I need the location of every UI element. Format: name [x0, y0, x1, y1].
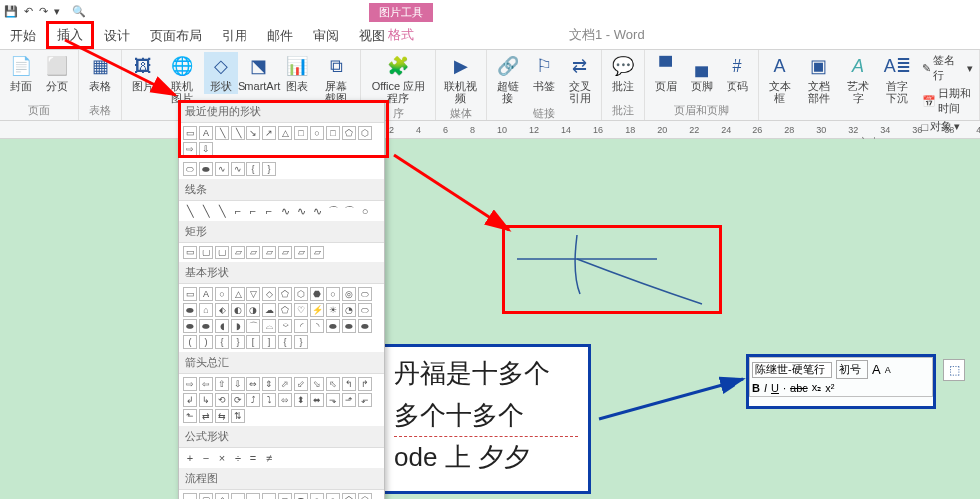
group-comments-label: 批注	[612, 103, 634, 118]
svg-line-2	[599, 379, 743, 419]
italic-button[interactable]: I	[764, 382, 767, 394]
smartart-button[interactable]: ⬔SmartArt	[240, 52, 279, 94]
group-tables-label: 表格	[89, 103, 111, 118]
screenshot-button[interactable]: ⧉屏幕截图	[316, 52, 356, 106]
shapes-basic-row[interactable]: ▭A○△▽◇⬠⬡⬣○◎⬭ ⬬⌂⬖◐◑☁⬠♡⚡☀◔⬭ ⬬⬬◖◗⌒⌓⌔◜◝⬬⬬⬬ (…	[179, 284, 384, 352]
qat-more-icon[interactable]: ▾	[54, 5, 60, 18]
crossref-button[interactable]: ⇄交叉引用	[563, 52, 597, 106]
font-size-input[interactable]: 初号	[836, 360, 868, 379]
annotation-handwriting-highlight: 丹福是十多个 多个十多个 ode 上 夕夕	[381, 344, 591, 494]
mini-toolbar[interactable]: 初号 A A B I U · abc x₂ x²	[749, 357, 933, 397]
dropcap-button[interactable]: A≣首字下沉	[877, 52, 918, 106]
contextual-tab-label: 图片工具	[369, 3, 433, 22]
textbox-button[interactable]: A文本框	[763, 52, 797, 106]
pagenum-button[interactable]: #页码	[721, 52, 754, 94]
annotation-arrow-2	[389, 150, 519, 240]
shapes-arrows-row[interactable]: ⇨⇦⇧⇩⇔⇕⬀⬃⬂⬁↰↱ ↲↳⟲⟳⤴⤵⬄⬍⬌⬎⬏⬐ ⬑⇄⇆⇅	[179, 374, 384, 426]
svg-line-0	[65, 40, 175, 95]
bold-button[interactable]: B	[752, 382, 760, 394]
header-button[interactable]: ▀页眉	[649, 52, 683, 94]
svg-line-1	[394, 155, 509, 230]
chart-button[interactable]: 📊图表	[280, 52, 314, 94]
group-links-label: 链接	[533, 106, 555, 121]
shapes-lines-row[interactable]: ╲╲╲⌐⌐⌐∿∿∿⌒⌒○	[179, 201, 384, 221]
quickparts-button[interactable]: ▣文档部件	[799, 52, 840, 106]
wordart-button[interactable]: A艺术字	[841, 52, 875, 106]
footer-button[interactable]: ▄页脚	[685, 52, 719, 94]
datetime-button[interactable]: 📅 日期和时间	[920, 85, 975, 117]
quick-access-toolbar: 💾 ↶ ↷ ▾ 🔍	[0, 0, 980, 23]
online-video-button[interactable]: ▶联机视频	[440, 52, 481, 106]
group-headerfooter-label: 页眉和页脚	[674, 103, 729, 118]
strikethrough-button[interactable]: abc	[790, 382, 808, 394]
shapes-flowchart-row[interactable]: ▭▢◇▱▭▭⬭⬬○○⬠⬡ ○⬭▽△▭⬬⊗⊕⬭⬬◫▱ ⬬⬭▭⬬	[179, 490, 384, 499]
underline-button[interactable]: U	[771, 382, 779, 394]
tab-format[interactable]: 格式	[369, 22, 433, 48]
shapes-arrows-header: 箭头总汇	[179, 352, 384, 374]
shapes-equation-row[interactable]: +−×÷=≠	[179, 448, 384, 468]
shapes-rects-row[interactable]: ▭▢▢▱▱▱▱▱▱	[179, 243, 384, 262]
annotation-arrow-3	[594, 369, 753, 429]
group-media-label: 媒体	[450, 106, 472, 121]
group-pages-label: 页面	[28, 103, 50, 118]
comment-button[interactable]: 💬批注	[606, 52, 640, 94]
drawn-curve-shape[interactable]	[502, 225, 722, 314]
signature-line-button[interactable]: ✎ 签名行 ▾	[920, 52, 975, 84]
increase-font-icon[interactable]: A	[872, 362, 881, 377]
shapes-gallery: 最近使用的形状 ▭A╲╲↘↗△□○□⬠⬡⇨⇩ ⬭⬬∿∿{} 线条 ╲╲╲⌐⌐⌐∿…	[178, 100, 385, 499]
annotation-minitoolbar-highlight: 初号 A A B I U · abc x₂ x²	[746, 354, 936, 409]
office-addins-button[interactable]: 🧩Office 应用程序	[365, 52, 431, 106]
tab-start[interactable]: 开始	[0, 23, 46, 49]
group-addins-label: 序	[393, 106, 404, 121]
shapes-lines-header: 线条	[179, 179, 384, 201]
shapes-basic-header: 基本形状	[179, 262, 384, 284]
object-button[interactable]: □ 对象 ▾	[920, 118, 975, 135]
handwriting-sample: 丹福是十多个 多个十多个 ode 上 夕夕	[384, 347, 588, 485]
hyperlink-button[interactable]: 🔗超链接	[491, 52, 525, 106]
shapes-recent-row2[interactable]: ⬭⬬∿∿{}	[179, 159, 384, 179]
decrease-font-icon[interactable]: A	[885, 365, 891, 375]
shapes-recent-row[interactable]: ▭A╲╲↘↗△□○□⬠⬡⇨⇩	[179, 123, 384, 159]
superscript-button[interactable]: x²	[825, 382, 834, 394]
tab-mail[interactable]: 邮件	[257, 23, 303, 49]
font-name-input[interactable]	[752, 362, 832, 378]
subscript-button[interactable]: x₂	[812, 381, 822, 394]
bookmark-button[interactable]: ⚐书签	[527, 52, 561, 94]
shapes-equation-header: 公式形状	[179, 426, 384, 448]
cover-page-button[interactable]: 📄封面	[4, 52, 38, 94]
annotation-arrow-1	[60, 35, 190, 105]
layout-options-icon[interactable]: ⬚	[943, 359, 965, 381]
tab-ref[interactable]: 引用	[212, 23, 257, 49]
shapes-recent-header: 最近使用的形状	[179, 101, 384, 123]
contextual-tab-group: 图片工具 格式	[369, 3, 433, 48]
document-title: 文档1 - Word	[569, 26, 645, 44]
qat-undo-icon[interactable]: ↶	[24, 5, 33, 18]
tab-review[interactable]: 审阅	[303, 23, 349, 49]
qat-save-icon[interactable]: 💾	[4, 5, 18, 18]
qat-redo-icon[interactable]: ↷	[39, 5, 48, 18]
shapes-button[interactable]: ◇形状	[204, 52, 238, 94]
shapes-flowchart-header: 流程图	[179, 468, 384, 490]
shapes-rects-header: 矩形	[179, 221, 384, 243]
